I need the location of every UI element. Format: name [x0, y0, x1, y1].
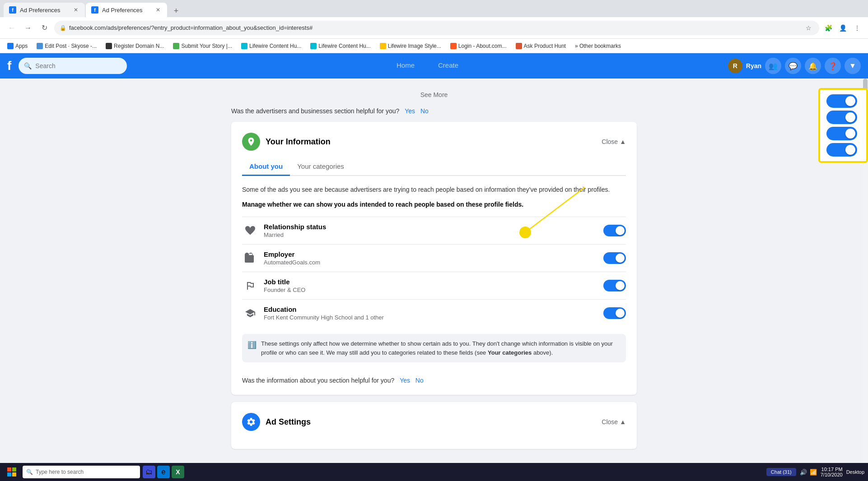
bookmark-star-icon[interactable]: ☆: [803, 23, 814, 33]
education-toggle[interactable]: [603, 307, 626, 319]
your-information-title: Your Information: [266, 137, 331, 147]
main-content: See More Was the advertisers and busines…: [0, 79, 868, 463]
tab-about-you[interactable]: About you: [242, 158, 290, 176]
advertisers-helpful-yes[interactable]: Yes: [405, 107, 415, 115]
annotation-toggle-2[interactable]: [826, 111, 857, 124]
job-title-title: Job title: [264, 278, 603, 286]
bookmark-submit-story[interactable]: Submit Your Story |...: [169, 42, 236, 50]
info-link: Your categories: [488, 349, 532, 356]
relationship-subtitle: Married: [264, 231, 603, 238]
reload-button[interactable]: ↻: [38, 22, 51, 34]
taskbar-edge-icon[interactable]: e: [157, 466, 170, 478]
extensions-icon[interactable]: 🧩: [823, 23, 834, 33]
relationship-toggle[interactable]: [603, 225, 626, 236]
content-area: See More Was the advertisers and busines…: [224, 79, 644, 463]
taskbar: 🔍 Type here to search 🗂 e X Chat (31) 🔊 …: [0, 463, 868, 481]
about-you-description: Some of the ads you see are because adve…: [242, 185, 626, 194]
address-bar-row: ← → ↻ 🔒 facebook.com/ads/preferences/?en…: [0, 17, 868, 39]
tab-2[interactable]: f Ad Preferences ✕: [86, 3, 167, 17]
facebook-user[interactable]: R Ryan: [728, 59, 761, 73]
employer-icon: [242, 250, 258, 266]
friends-icon-btn[interactable]: 👥: [765, 58, 781, 74]
bookmark-edit-post[interactable]: Edit Post · Skyose -...: [33, 42, 100, 50]
bookmark-other[interactable]: » Other bookmarks: [571, 42, 625, 50]
svg-rect-3: [12, 472, 16, 476]
chat-button[interactable]: Chat (31): [766, 468, 796, 476]
facebook-search[interactable]: 🔍: [19, 58, 127, 74]
relationship-toggle-slider: [603, 225, 626, 236]
bookmark-product-hunt[interactable]: Ask Product Hunt: [512, 42, 569, 50]
taskbar-excel-icon[interactable]: X: [172, 466, 184, 478]
job-title-icon: [242, 278, 258, 294]
nav-create[interactable]: Create: [427, 58, 469, 74]
info-text2: above).: [533, 349, 553, 356]
tab-2-favicon: f: [91, 6, 98, 14]
annotation-toggle-1[interactable]: [826, 94, 857, 108]
tab-2-close[interactable]: ✕: [154, 6, 162, 14]
ad-settings-close[interactable]: Close ▲: [602, 418, 626, 426]
bottom-helpful-text: Was the information about you section he…: [242, 377, 394, 384]
ad-settings-title: Ad Settings: [266, 417, 311, 427]
bookmark-lifewire2[interactable]: Lifewire Content Hu...: [307, 42, 374, 50]
start-button[interactable]: [4, 464, 20, 480]
bookmark-register[interactable]: Register Domain N...: [102, 42, 168, 50]
facebook-header-right: R Ryan 👥 💬 🔔 ❓ ▼: [728, 58, 861, 74]
bookmark-edit-label: Edit Post · Skyose -...: [45, 43, 97, 49]
section-title-area: Your Information: [242, 133, 331, 151]
bookmark-lifewire2-favicon: [310, 43, 317, 49]
bookmark-login-about[interactable]: Login - About.com...: [447, 42, 510, 50]
taskbar-clock: 10:17 PM 7/10/2020: [821, 467, 843, 477]
bookmark-register-label: Register Domain N...: [114, 43, 164, 49]
bookmark-ph-favicon: [516, 43, 522, 49]
info-text-content: These settings only affect how we determ…: [261, 340, 613, 356]
annotation-toggle-3[interactable]: [826, 127, 857, 140]
taskbar-search[interactable]: 🔍 Type here to search: [23, 466, 140, 478]
bookmark-apps[interactable]: Apps: [4, 42, 31, 50]
menu-icon-btn[interactable]: ▼: [845, 58, 861, 74]
back-button[interactable]: ←: [5, 22, 18, 34]
job-title-toggle[interactable]: [603, 280, 626, 291]
tab-1-close[interactable]: ✕: [72, 6, 79, 14]
your-information-header: Your Information Close ▲: [242, 133, 626, 151]
ad-settings-title-area: Ad Settings: [242, 413, 311, 431]
education-text: Education Fort Kent Community High Schoo…: [264, 305, 603, 321]
search-input[interactable]: [35, 62, 121, 69]
new-tab-button[interactable]: +: [170, 5, 182, 17]
svg-rect-0: [7, 467, 11, 472]
see-more-bar[interactable]: See More: [231, 86, 637, 104]
address-text: facebook.com/ads/preferences/?entry_prod…: [69, 24, 800, 31]
profile-icon[interactable]: 👤: [837, 23, 848, 33]
info-text: These settings only affect how we determ…: [261, 339, 621, 357]
address-bar[interactable]: 🔒 facebook.com/ads/preferences/?entry_pr…: [54, 21, 819, 35]
relationship-icon: [242, 222, 258, 239]
tab-your-categories[interactable]: Your categories: [290, 158, 351, 176]
taskbar-desktop-label[interactable]: Desktop: [846, 469, 864, 475]
bottom-helpful-yes[interactable]: Yes: [400, 377, 410, 384]
advertisers-helpful-bar: Was the advertisers and businesses secti…: [231, 104, 637, 122]
your-information-close[interactable]: Close ▲: [602, 138, 626, 145]
tab-1-favicon: f: [9, 6, 16, 14]
tab-1[interactable]: f Ad Preferences ✕: [4, 3, 85, 17]
bookmark-lifewire1-favicon: [241, 43, 247, 49]
facebook-logo: f: [7, 59, 11, 73]
education-toggle-slider: [603, 307, 626, 319]
nav-home[interactable]: Home: [386, 58, 425, 74]
relationship-text: Relationship status Married: [264, 223, 603, 238]
relationship-title: Relationship status: [264, 223, 603, 231]
job-title-subtitle: Founder & CEO: [264, 287, 603, 293]
taskbar-volume-icon: 📶: [810, 469, 817, 476]
advertisers-helpful-no[interactable]: No: [420, 107, 429, 115]
notifications-icon-btn[interactable]: 🔔: [805, 58, 821, 74]
annotation-toggle-4[interactable]: [826, 143, 857, 157]
more-icon[interactable]: ⋮: [852, 23, 863, 33]
info-box: ℹ️ These settings only affect how we det…: [242, 334, 626, 362]
employer-toggle[interactable]: [603, 252, 626, 264]
facebook-nav: Home Create: [131, 58, 724, 74]
forward-button[interactable]: →: [22, 22, 34, 34]
bookmark-lifewire1[interactable]: Lifewire Content Hu...: [238, 42, 305, 50]
bookmark-lifewire-img[interactable]: Lifewire Image Style...: [376, 42, 445, 50]
help-icon-btn[interactable]: ❓: [825, 58, 841, 74]
bottom-helpful-no[interactable]: No: [415, 377, 424, 384]
messenger-icon-btn[interactable]: 💬: [785, 58, 801, 74]
taskbar-explorer-icon[interactable]: 🗂: [143, 466, 155, 478]
